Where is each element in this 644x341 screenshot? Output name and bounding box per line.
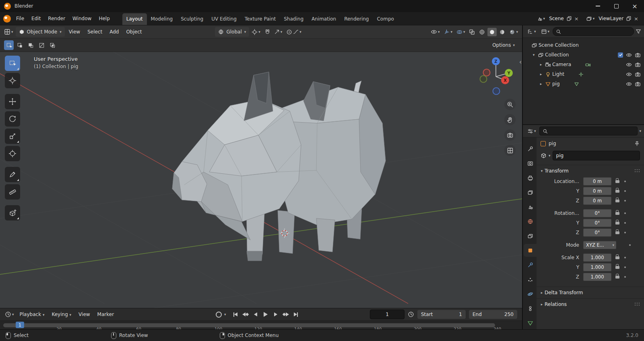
new-scene-icon[interactable] [566,16,572,21]
select-mode-subtract-button[interactable] [26,40,35,50]
filter-icon[interactable] [636,29,641,34]
render-visibility-icon[interactable] [635,52,641,58]
auto-keying-button[interactable] [214,310,223,319]
workspace-tab-sculpting[interactable]: Sculpting [177,13,207,25]
viewport-options-button[interactable]: Options ▾ [489,41,518,50]
scale-z-field[interactable]: 1.000 [583,273,611,281]
workspace-tab-rendering[interactable]: Rendering [340,13,373,25]
rotation-z-field[interactable]: 0° [583,229,611,237]
viewport-menu-object[interactable]: Object [123,27,145,37]
rotation-x-field[interactable]: 0° [583,209,611,217]
render-visibility-icon[interactable] [635,62,641,68]
workspace-tab-layout[interactable]: Layout [122,13,147,25]
panel-collapse-arrow[interactable]: ‹ [519,58,522,66]
light-data-icon[interactable] [578,72,584,77]
new-view-layer-icon[interactable] [626,16,632,21]
shading-wireframe-button[interactable] [477,28,487,36]
tab-physics[interactable] [524,287,537,300]
animate-dot[interactable] [624,266,626,268]
object-visibility-button[interactable]: ▾ [429,27,442,36]
transform-panel-header[interactable]: ▾ Transform [537,165,644,177]
animate-dot[interactable] [624,181,626,182]
tab-constraints[interactable] [524,302,537,315]
start-frame-field[interactable]: Start 1 [417,310,466,319]
camera-data-icon[interactable] [585,62,591,67]
tool-measure[interactable] [5,184,20,200]
tab-particles[interactable] [524,273,537,286]
animate-dot[interactable] [624,190,626,192]
drag-dots-icon[interactable] [635,169,640,173]
select-mode-new-button[interactable] [4,40,14,50]
animate-dot[interactable] [624,232,626,233]
current-frame-field[interactable]: 1 [370,310,405,319]
next-frame-button[interactable] [271,310,281,319]
shading-solid-button[interactable] [487,28,497,36]
menu-edit[interactable]: Edit [28,14,44,23]
close-button[interactable]: × [625,0,644,12]
scene-name[interactable]: Scene [548,16,565,21]
viewport-menu-view[interactable]: View [66,27,83,37]
tab-scene[interactable] [524,200,537,213]
timeline-scrollbar[interactable] [3,323,495,327]
select-mode-invert-button[interactable] [37,40,46,50]
expand-icon[interactable]: ▸ [538,82,544,86]
tab-modifiers[interactable] [524,258,537,271]
animate-dot[interactable] [624,222,626,224]
lock-icon[interactable] [615,212,619,215]
tab-render[interactable] [524,157,537,170]
camera-view-button[interactable] [504,129,516,141]
tool-transform[interactable] [5,146,20,161]
menu-file[interactable]: File [12,14,28,23]
proportional-edit-button[interactable]: ▾ [285,28,303,36]
pin-icon[interactable] [634,141,640,147]
select-mode-extend-button[interactable] [15,40,25,50]
mesh-data-icon[interactable] [574,81,579,87]
tool-cursor[interactable] [5,73,20,88]
filter-chevron-icon[interactable]: ▾ [639,129,641,133]
editor-type-button[interactable]: ▾ [2,27,15,36]
end-frame-field[interactable]: End 250 [469,310,517,319]
outliner-row-collection[interactable]: ▾ Collection [523,50,644,60]
timeline-editor-type-button[interactable]: ▾ [3,310,16,319]
hide-eye-icon[interactable] [626,81,632,87]
view-layer-name[interactable]: ViewLayer [598,16,624,21]
collapse-icon[interactable]: ▾ [531,53,537,57]
workspace-tab-uv-editing[interactable]: UV Editing [207,13,241,25]
scale-x-field[interactable]: 1.000 [583,254,611,262]
menu-window[interactable]: Window [69,14,95,23]
outliner-row-camera[interactable]: ▸ Camera [523,60,644,69]
tool-rotate[interactable] [5,111,20,127]
tool-scale[interactable] [5,129,20,144]
unlink-scene-icon[interactable]: × [574,16,580,22]
menu-help[interactable]: Help [95,14,113,23]
timeline-ruler[interactable]: 20 40 60 80 100 120 140 160 180 200 220 … [0,320,522,329]
tool-move[interactable] [5,94,20,109]
workspace-tab-texture-paint[interactable]: Texture Paint [241,13,280,25]
lock-icon[interactable] [615,231,619,234]
snap-settings-button[interactable]: ▾ [273,28,284,36]
drag-dots-icon[interactable] [635,303,640,306]
shading-material-button[interactable] [497,28,507,36]
tab-world[interactable] [524,215,537,228]
workspace-tab-compositing[interactable]: Compo [373,13,394,25]
tab-view-layer[interactable] [524,186,537,199]
animate-dot[interactable] [624,200,626,202]
lock-icon[interactable] [615,190,619,193]
gizmo-axis-z-neg[interactable] [493,88,500,95]
select-mode-intersect-button[interactable] [47,40,57,50]
timeline-menu-playback[interactable]: Playback ▾ [17,310,48,319]
lock-icon[interactable] [615,200,619,202]
tab-object-data[interactable] [524,316,537,329]
rotation-y-field[interactable]: 0° [583,219,611,227]
viewport-canvas[interactable]: User Perspective (1) Collection | pig [0,52,522,308]
prev-keyframe-button[interactable] [241,310,250,319]
playhead[interactable]: 1 [16,322,24,328]
workspace-tab-shading[interactable]: Shading [280,13,308,25]
delta-transform-panel-header[interactable]: ▸ Delta Transform [537,287,644,298]
properties-search-input[interactable] [539,127,638,135]
pig-mesh[interactable] [172,72,386,261]
scene-browse-button[interactable]: ▾ [535,15,547,23]
lock-icon[interactable] [615,266,619,269]
tab-output[interactable] [524,171,537,184]
next-keyframe-button[interactable] [281,310,291,319]
